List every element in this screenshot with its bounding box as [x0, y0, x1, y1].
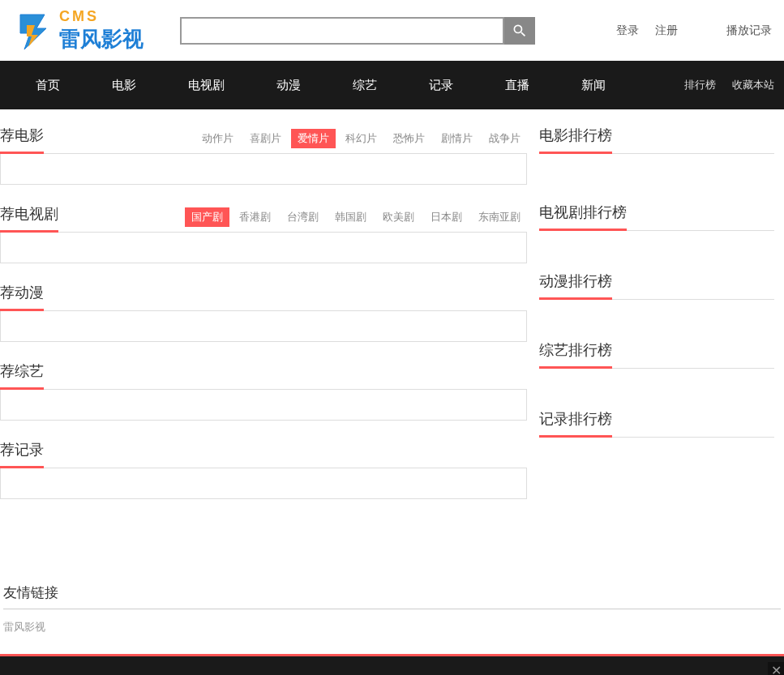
genre-tab[interactable]: 韩国剧 [328, 207, 373, 227]
genre-tab[interactable]: 香港剧 [233, 207, 277, 227]
nav-item[interactable]: 记录 [403, 78, 479, 93]
section-body [0, 468, 527, 499]
main-content: 荐电影 动作片 喜剧片 爱情片 科幻片 恐怖片 剧情片 战争片 荐电视剧 国产剧… [0, 109, 784, 519]
section-title: 动漫排行榜 [539, 271, 612, 300]
logo-name-label: 雷风影视 [59, 25, 144, 53]
nav-item[interactable]: 首页 [10, 78, 86, 93]
genre-tab[interactable]: 喜剧片 [243, 129, 288, 148]
section-header: 荐记录 [0, 440, 527, 468]
search-form [180, 17, 535, 45]
section-title: 荐动漫 [0, 283, 44, 311]
genre-tab[interactable]: 台湾剧 [281, 207, 325, 227]
section-title: 荐记录 [0, 440, 44, 468]
header-right: 登录 注册 播放记录 [616, 23, 772, 38]
play-history-link[interactable]: 播放记录 [726, 23, 772, 38]
section-title: 电影排行榜 [539, 126, 612, 154]
nav-item[interactable]: 动漫 [251, 78, 327, 93]
section-rank-documentary: 记录排行榜 [539, 409, 774, 438]
genre-tab[interactable]: 国产剧 [185, 207, 229, 227]
section-title: 荐电视剧 [0, 204, 58, 233]
section-tabs: 国产剧 香港剧 台湾剧 韩国剧 欧美剧 日本剧 东南亚剧 [185, 207, 527, 232]
genre-tab[interactable]: 爱情片 [291, 129, 336, 148]
friend-links-section: 友情链接 雷风影视 [0, 583, 784, 644]
footer-bar [0, 654, 784, 675]
friend-links-title: 友情链接 [3, 583, 781, 609]
section-anime: 荐动漫 [0, 283, 527, 342]
genre-tab[interactable]: 欧美剧 [376, 207, 421, 227]
section-rank-anime: 动漫排行榜 [539, 271, 774, 300]
section-header: 记录排行榜 [539, 409, 774, 438]
nav-item[interactable]: 直播 [479, 78, 555, 93]
logo-cms-label: CMS [59, 8, 144, 25]
nav-bookmark-link[interactable]: 收藏本站 [732, 78, 774, 92]
section-body [0, 154, 527, 185]
logo-text: CMS 雷风影视 [59, 8, 144, 53]
section-body [0, 233, 527, 263]
main-nav: 首页 电影 电视剧 动漫 综艺 记录 直播 新闻 排行榜 收藏本站 [0, 61, 784, 109]
genre-tab[interactable]: 日本剧 [424, 207, 469, 227]
close-icon: ✕ [771, 663, 782, 676]
section-header: 荐电视剧 国产剧 香港剧 台湾剧 韩国剧 欧美剧 日本剧 东南亚剧 [0, 204, 527, 233]
section-header: 荐电影 动作片 喜剧片 爱情片 科幻片 恐怖片 剧情片 战争片 [0, 126, 527, 154]
section-header: 动漫排行榜 [539, 271, 774, 300]
register-link[interactable]: 注册 [655, 23, 678, 38]
section-rank-tv: 电视剧排行榜 [539, 203, 774, 231]
section-title: 综艺排行榜 [539, 340, 612, 369]
nav-item[interactable]: 综艺 [327, 78, 403, 93]
nav-item[interactable]: 电影 [86, 78, 162, 93]
search-icon [512, 23, 528, 39]
nav-item[interactable]: 电视剧 [162, 78, 251, 93]
search-input[interactable] [180, 17, 504, 45]
section-variety: 荐综艺 [0, 361, 527, 421]
login-link[interactable]: 登录 [616, 23, 639, 38]
nav-rank-link[interactable]: 排行榜 [684, 78, 716, 92]
section-rank-movie: 电影排行榜 [539, 126, 774, 154]
genre-tab[interactable]: 恐怖片 [387, 129, 431, 148]
section-tabs: 动作片 喜剧片 爱情片 科幻片 恐怖片 剧情片 战争片 [195, 129, 527, 153]
genre-tab[interactable]: 剧情片 [435, 129, 479, 148]
genre-tab[interactable]: 动作片 [195, 129, 240, 148]
header: CMS 雷风影视 登录 注册 播放记录 [0, 0, 784, 61]
section-documentary: 荐记录 [0, 440, 527, 499]
section-title: 记录排行榜 [539, 409, 612, 438]
section-title: 荐综艺 [0, 361, 44, 390]
section-header: 电视剧排行榜 [539, 203, 774, 231]
logo[interactable]: CMS 雷风影视 [12, 8, 144, 53]
friend-links-body: 雷风影视 [3, 609, 781, 644]
nav-right: 排行榜 收藏本站 [684, 78, 774, 92]
genre-tab[interactable]: 战争片 [482, 129, 527, 148]
section-header: 荐综艺 [0, 361, 527, 390]
section-title: 荐电影 [0, 126, 44, 154]
logo-icon [12, 11, 53, 51]
section-header: 电影排行榜 [539, 126, 774, 154]
section-body [0, 390, 527, 421]
section-tv: 荐电视剧 国产剧 香港剧 台湾剧 韩国剧 欧美剧 日本剧 东南亚剧 [0, 204, 527, 263]
section-title: 电视剧排行榜 [539, 203, 627, 231]
left-column: 荐电影 动作片 喜剧片 爱情片 科幻片 恐怖片 剧情片 战争片 荐电视剧 国产剧… [0, 126, 527, 519]
section-rank-variety: 综艺排行榜 [539, 340, 774, 369]
search-button[interactable] [504, 17, 535, 45]
banner-close-button[interactable]: ✕ [768, 662, 784, 675]
right-column: 电影排行榜 电视剧排行榜 动漫排行榜 综艺排行榜 记录排行榜 [539, 126, 774, 519]
section-movie: 荐电影 动作片 喜剧片 爱情片 科幻片 恐怖片 剧情片 战争片 [0, 126, 527, 185]
section-header: 荐动漫 [0, 283, 527, 311]
section-body [0, 311, 527, 342]
friend-link[interactable]: 雷风影视 [3, 621, 45, 633]
genre-tab[interactable]: 科幻片 [339, 129, 383, 148]
nav-item[interactable]: 新闻 [555, 78, 632, 93]
section-header: 综艺排行榜 [539, 340, 774, 369]
genre-tab[interactable]: 东南亚剧 [472, 207, 527, 227]
